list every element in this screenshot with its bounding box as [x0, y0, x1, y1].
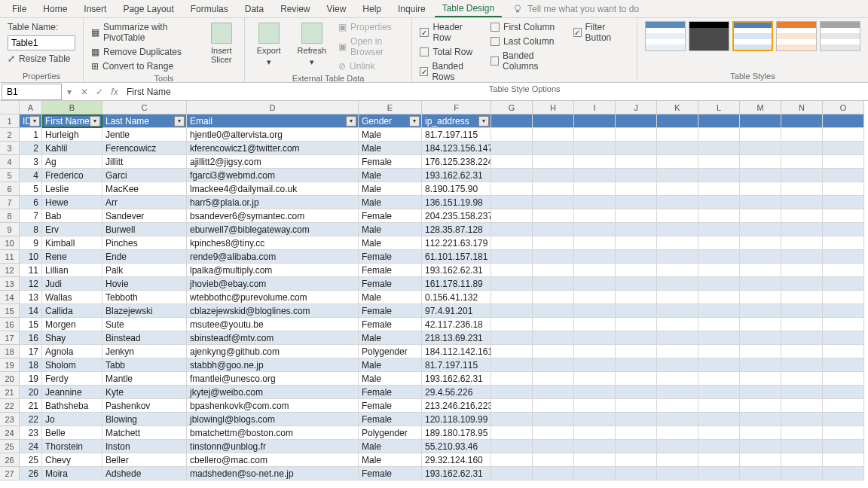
style-gray[interactable] [820, 21, 860, 51]
table-cell[interactable]: Kahlil [42, 142, 102, 155]
table-cell[interactable]: ajenkyng@github.com [187, 345, 359, 358]
table-cell[interactable]: Mantle [102, 372, 187, 386]
table-cell[interactable]: Erv [42, 223, 102, 236]
table-cell[interactable]: Blowing [102, 413, 187, 426]
row-header-9[interactable]: 9 [0, 223, 20, 236]
row-header-17[interactable]: 17 [0, 331, 20, 345]
cell[interactable] [491, 264, 533, 277]
table-cell[interactable]: 10 [20, 250, 42, 264]
cell[interactable] [781, 291, 823, 304]
table-header[interactable]: Gender▾ [359, 114, 422, 128]
row-header-25[interactable]: 25 [0, 440, 20, 453]
cell[interactable] [698, 142, 740, 155]
cell[interactable] [823, 318, 864, 331]
cell[interactable] [657, 250, 698, 264]
table-cell[interactable]: 184.112.142.161 [422, 345, 491, 358]
cell[interactable] [823, 182, 864, 196]
table-cell[interactable]: Male [359, 440, 422, 453]
table-cell[interactable]: 3 [20, 155, 42, 169]
cell[interactable] [533, 440, 574, 453]
cell[interactable] [781, 453, 823, 467]
table-cell[interactable]: Female [359, 277, 422, 291]
cell[interactable] [657, 264, 698, 277]
table-header[interactable]: First Name▾ [42, 114, 102, 128]
cell[interactable] [781, 223, 823, 236]
cell[interactable] [781, 250, 823, 264]
cell[interactable] [740, 250, 781, 264]
row-header-4[interactable]: 4 [0, 155, 20, 169]
cell[interactable] [823, 277, 864, 291]
table-cell[interactable]: fgarci3@webmd.com [187, 169, 359, 182]
cell[interactable] [616, 426, 657, 440]
cell[interactable] [616, 250, 657, 264]
cell[interactable] [491, 169, 533, 182]
cell[interactable] [491, 318, 533, 331]
cell[interactable] [823, 440, 864, 453]
table-cell[interactable]: cblazejewskid@bloglines.com [187, 304, 359, 318]
col-header-L[interactable]: L [698, 101, 740, 114]
cell[interactable] [533, 128, 574, 142]
cell[interactable] [574, 372, 616, 386]
table-cell[interactable]: hjentle0@altervista.org [187, 128, 359, 142]
cell[interactable] [574, 386, 616, 399]
cell[interactable] [616, 182, 657, 196]
cell[interactable] [616, 169, 657, 182]
cell[interactable] [657, 277, 698, 291]
cell[interactable] [823, 331, 864, 345]
cell[interactable] [823, 264, 864, 277]
row-header-24[interactable]: 24 [0, 426, 20, 440]
table-cell[interactable]: Tabb [102, 358, 187, 372]
cell[interactable] [657, 182, 698, 196]
cell[interactable] [823, 345, 864, 358]
row-header-1[interactable]: 1 [0, 114, 20, 128]
table-cell[interactable]: rende9@alibaba.com [187, 250, 359, 264]
cell[interactable] [781, 467, 823, 480]
filter-button[interactable]: ▾ [346, 116, 356, 127]
banded-rows-check[interactable]: Banded Rows [420, 60, 483, 83]
cell[interactable] [616, 304, 657, 318]
row-header-11[interactable]: 11 [0, 250, 20, 264]
cell[interactable] [574, 182, 616, 196]
table-cell[interactable]: 8.190.175.90 [422, 182, 491, 196]
cell[interactable] [533, 264, 574, 277]
cell[interactable] [657, 345, 698, 358]
cell[interactable] [574, 223, 616, 236]
cell[interactable] [491, 358, 533, 372]
cell[interactable] [740, 114, 781, 128]
cell[interactable] [698, 426, 740, 440]
table-cell[interactable]: Hurleigh [42, 128, 102, 142]
table-cell[interactable]: ajillitt2@jigsy.com [187, 155, 359, 169]
row-header-14[interactable]: 14 [0, 291, 20, 304]
cell[interactable] [781, 358, 823, 372]
table-cell[interactable]: Female [359, 304, 422, 318]
col-header-C[interactable]: C [102, 101, 187, 114]
cell[interactable] [533, 358, 574, 372]
spreadsheet-grid[interactable]: ABCDEFGHIJKLMNO 1ID▾First Name▾Last Name… [0, 101, 868, 480]
table-cell[interactable]: Shay [42, 331, 102, 345]
table-cell[interactable]: bmatchettm@boston.com [187, 426, 359, 440]
table-cell[interactable]: 184.123.156.147 [422, 142, 491, 155]
table-cell[interactable]: Pashenkov [102, 399, 187, 413]
cell[interactable] [823, 386, 864, 399]
cell[interactable] [491, 291, 533, 304]
table-header[interactable]: Last Name▾ [102, 114, 187, 128]
cell[interactable] [616, 345, 657, 358]
table-cell[interactable]: 9 [20, 236, 42, 250]
cell[interactable] [657, 318, 698, 331]
table-cell[interactable]: Female [359, 467, 422, 480]
menu-inquire[interactable]: Inquire [390, 2, 433, 17]
table-cell[interactable]: Rene [42, 250, 102, 264]
cell[interactable] [698, 250, 740, 264]
table-cell[interactable]: 2 [20, 142, 42, 155]
cell[interactable] [740, 318, 781, 331]
cell[interactable] [740, 399, 781, 413]
cell[interactable] [657, 413, 698, 426]
convert-range-button[interactable]: ⊞ Convert to Range [91, 60, 199, 72]
cell[interactable] [740, 331, 781, 345]
cell[interactable] [781, 372, 823, 386]
cell[interactable] [740, 358, 781, 372]
table-cell[interactable]: Jentle [102, 128, 187, 142]
cell[interactable] [781, 128, 823, 142]
cell[interactable] [491, 413, 533, 426]
cell[interactable] [616, 467, 657, 480]
